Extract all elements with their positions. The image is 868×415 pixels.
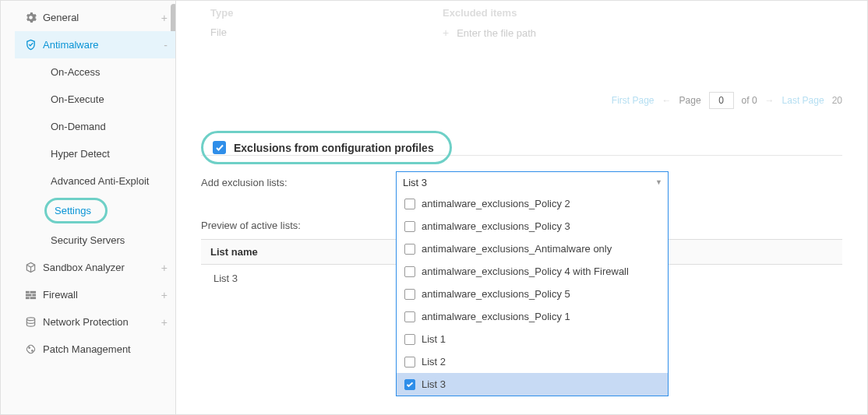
option-label: antimalware_exclusions_Antimalware only xyxy=(422,243,612,255)
option-label: antimalware_exclusions_Policy 2 xyxy=(422,198,570,209)
type-header: Type xyxy=(201,7,443,19)
svg-rect-0 xyxy=(25,291,29,294)
dropdown-option[interactable]: antimalware_exclusions_Antimalware only xyxy=(397,237,668,260)
checkbox-icon[interactable] xyxy=(404,311,415,322)
sidebar-item-network-protection[interactable]: Network Protection + xyxy=(15,308,175,336)
checkbox-icon[interactable] xyxy=(404,334,415,345)
sidebar-item-on-access[interactable]: On-Access xyxy=(44,58,175,86)
first-page-link[interactable]: First Page xyxy=(612,95,655,106)
sidebar-item-settings[interactable]: Settings xyxy=(44,195,175,227)
sidebar-item-sandbox-analyzer[interactable]: Sandbox Analyzer + xyxy=(15,254,175,281)
sidebar-item-label: Advanced Anti-Exploit xyxy=(51,175,149,187)
collapse-icon[interactable]: - xyxy=(164,40,168,51)
option-label: List 1 xyxy=(422,333,446,345)
expand-icon[interactable]: + xyxy=(161,262,168,273)
plus-icon: + xyxy=(443,26,449,39)
svg-rect-7 xyxy=(25,344,35,354)
exclusions-section-toggle[interactable]: Exclusions from configuration profiles xyxy=(201,131,452,164)
sidebar-item-label: Settings xyxy=(55,205,91,216)
svg-point-9 xyxy=(31,350,32,351)
shield-icon xyxy=(23,39,38,51)
svg-point-6 xyxy=(26,318,34,321)
checkbox-icon[interactable] xyxy=(404,221,415,232)
faded-input-row: File + Enter the file path xyxy=(201,22,842,45)
sidebar-item-patch-management[interactable]: Patch Management xyxy=(15,336,175,363)
sidebar-item-firewall[interactable]: Firewall + xyxy=(15,281,175,308)
prev-arrow-icon[interactable]: ← xyxy=(662,95,672,106)
exclusion-dropdown: antimalware_exclusions_Policy 2 antimalw… xyxy=(396,192,669,396)
exclusion-combo: ▼ antimalware_exclusions_Policy 2 antima… xyxy=(396,171,669,193)
sidebar: General + Antimalware - On-Access On-Exe… xyxy=(1,1,176,414)
file-path-placeholder: Enter the file path xyxy=(457,27,536,39)
sidebar-item-on-demand[interactable]: On-Demand xyxy=(44,113,175,140)
sidebar-item-label: On-Access xyxy=(51,66,101,78)
sidebar-item-general[interactable]: General + xyxy=(15,4,175,31)
sidebar-item-advanced-anti-exploit[interactable]: Advanced Anti-Exploit xyxy=(44,167,175,195)
option-label: List 2 xyxy=(422,356,446,368)
list-name-cell: List 3 xyxy=(213,273,238,284)
expand-icon[interactable]: + xyxy=(161,12,168,23)
exclusion-combo-input[interactable] xyxy=(396,171,669,193)
sidebar-item-label: Antimalware xyxy=(43,39,99,51)
checkbox-icon[interactable] xyxy=(404,289,415,300)
stack-icon xyxy=(23,316,38,328)
file-type-cell: File xyxy=(201,26,443,39)
add-exclusion-row: Add exclusion lists: ▼ antimalware_exclu… xyxy=(201,171,842,193)
svg-point-8 xyxy=(28,347,29,348)
exclusions-section-label: Exclusions from configuration profiles xyxy=(234,142,434,154)
next-arrow-icon[interactable]: → xyxy=(765,95,774,106)
page-label: Page xyxy=(679,95,701,106)
expand-icon[interactable]: + xyxy=(161,317,168,328)
antimalware-submenu: On-Access On-Execute On-Demand Hyper Det… xyxy=(15,58,175,254)
option-label: List 3 xyxy=(422,378,446,390)
dropdown-option[interactable]: antimalware_exclusions_Policy 5 xyxy=(397,283,668,305)
page-input[interactable] xyxy=(709,92,734,109)
sidebar-item-hyper-detect[interactable]: Hyper Detect xyxy=(44,140,175,167)
checkbox-icon[interactable] xyxy=(404,199,415,209)
dropdown-option[interactable]: antimalware_exclusions_Policy 1 xyxy=(397,305,668,328)
option-label: antimalware_exclusions_Policy 4 with Fir… xyxy=(422,266,629,277)
checkbox-icon[interactable] xyxy=(404,357,415,368)
expand-icon[interactable]: + xyxy=(161,290,168,301)
svg-rect-3 xyxy=(32,294,36,297)
sidebar-item-label: Firewall xyxy=(43,289,78,301)
dropdown-option[interactable]: antimalware_exclusions_Policy 2 xyxy=(397,192,668,215)
option-label: antimalware_exclusions_Policy 1 xyxy=(422,311,570,322)
svg-rect-1 xyxy=(30,291,36,294)
firewall-icon xyxy=(23,289,38,301)
sidebar-item-security-servers[interactable]: Security Servers xyxy=(44,227,175,254)
sidebar-item-on-execute[interactable]: On-Execute xyxy=(44,86,175,113)
sidebar-item-label: Hyper Detect xyxy=(51,148,110,160)
dropdown-option[interactable]: antimalware_exclusions_Policy 4 with Fir… xyxy=(397,260,668,283)
dropdown-option[interactable]: List 1 xyxy=(397,328,668,350)
per-page-count: 20 xyxy=(832,95,842,106)
of-label: of 0 xyxy=(742,95,757,106)
gear-icon xyxy=(23,12,38,23)
settings-highlight: Settings xyxy=(44,198,108,223)
dropdown-option[interactable]: antimalware_exclusions_Policy 3 xyxy=(397,215,668,237)
svg-rect-4 xyxy=(25,297,29,299)
checkbox-icon[interactable] xyxy=(404,266,415,277)
add-exclusion-label: Add exclusion lists: xyxy=(201,177,396,188)
last-page-link[interactable]: Last Page xyxy=(782,95,824,106)
checkbox-icon[interactable] xyxy=(404,244,415,255)
main-content: Type Excluded items File + Enter the fil… xyxy=(176,1,867,414)
pagination: First Page ← Page of 0 → Last Page 20 xyxy=(201,92,842,109)
sidebar-item-label: On-Execute xyxy=(51,93,104,105)
sidebar-item-label: Patch Management xyxy=(43,343,131,355)
sidebar-item-antimalware[interactable]: Antimalware - xyxy=(15,31,175,58)
svg-rect-5 xyxy=(30,297,36,299)
checkbox-checked-icon[interactable] xyxy=(404,379,415,390)
cube-icon xyxy=(23,262,38,273)
dropdown-option[interactable]: List 3 xyxy=(397,373,668,396)
sidebar-item-label: Network Protection xyxy=(43,316,129,328)
checkbox-checked-icon[interactable] xyxy=(213,141,226,154)
svg-rect-2 xyxy=(25,294,31,297)
faded-table-header: Type Excluded items xyxy=(201,7,842,22)
excluded-header: Excluded items xyxy=(443,7,517,19)
sidebar-item-label: Security Servers xyxy=(51,234,125,246)
dropdown-option[interactable]: List 2 xyxy=(397,350,668,373)
option-label: antimalware_exclusions_Policy 3 xyxy=(422,220,570,232)
patch-icon xyxy=(23,343,38,355)
sidebar-item-label: Sandbox Analyzer xyxy=(43,262,125,273)
